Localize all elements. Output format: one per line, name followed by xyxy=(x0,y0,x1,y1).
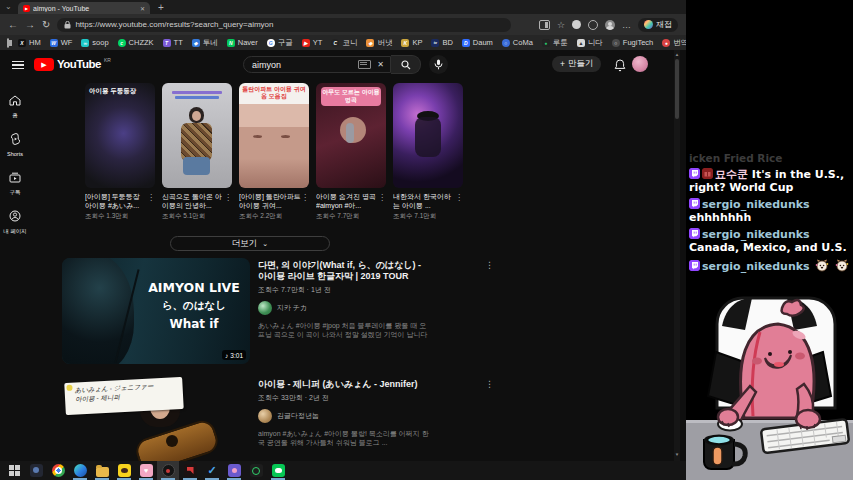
sidebar-item-you[interactable]: 내 페이지 xyxy=(0,208,30,235)
profile-chip[interactable]: 재접 xyxy=(638,18,678,32)
shorts-thumbnail[interactable] xyxy=(162,83,232,188)
chat-nick[interactable]: sergio_nikedunks xyxy=(702,198,810,211)
video-thumbnail[interactable]: あいみょん - ジェニファー 아이묭 - 제니퍼 xyxy=(62,377,250,461)
favorite-star-icon[interactable]: ☆ xyxy=(557,20,565,30)
back-icon[interactable]: ← xyxy=(8,19,18,30)
shorts-title[interactable]: [아이묭] 돌란아파트 아이묭 귀여... xyxy=(239,192,301,210)
channel-avatar[interactable] xyxy=(258,409,272,423)
taskbar-app-line[interactable] xyxy=(267,461,289,480)
browser-menu-icon[interactable]: … xyxy=(622,20,631,30)
bookmark-item[interactable]: ◆버냇 xyxy=(366,38,392,48)
bookmark-item[interactable]: ▲니다 xyxy=(577,38,603,48)
notifications-button[interactable] xyxy=(614,58,626,76)
bookmark-item[interactable]: DDaum xyxy=(462,38,493,47)
kebab-menu-icon[interactable]: ⋮ xyxy=(301,193,309,202)
kebab-menu-icon[interactable]: ⋮ xyxy=(485,260,494,270)
shorts-card[interactable]: 아무도 모르는 아이묭 명곡 아이묭 숨겨진 명곡 #aimyon #아... … xyxy=(316,83,386,221)
bookmark-item[interactable]: ∞soop xyxy=(81,38,108,47)
shorts-card[interactable]: 내한와서 한국어하는 아이묭 ... 조회수 7.1만회 ⋮ xyxy=(393,83,463,221)
extension-icon[interactable] xyxy=(572,20,581,29)
channel-row[interactable]: 지카 チカ xyxy=(258,301,432,315)
tab-close-icon[interactable]: ✕ xyxy=(140,5,145,12)
show-more-button[interactable]: 더보기 ⌄ xyxy=(170,236,330,251)
search-input[interactable]: aimyon ✕ xyxy=(243,56,391,73)
channel-avatar[interactable] xyxy=(258,301,272,315)
bookmark-item[interactable]: TTT xyxy=(163,38,183,47)
channel-name[interactable]: 지카 チカ xyxy=(277,303,307,313)
taskbar-app-search[interactable] xyxy=(25,461,47,480)
search-button[interactable] xyxy=(391,55,421,74)
bookmark-item[interactable]: NNaver xyxy=(227,38,258,47)
chat-nick[interactable]: sergio_nikedunks xyxy=(702,260,810,273)
taskbar-app-amd[interactable] xyxy=(179,461,201,480)
taskbar-app-messenger[interactable]: ✓ xyxy=(201,461,223,480)
shorts-card[interactable]: 돌란아파트 아이묭 귀여움 모음집 [아이묭] 돌란아파트 아이묭 귀여... … xyxy=(239,83,309,221)
kebab-menu-icon[interactable]: ⋮ xyxy=(147,193,155,202)
chat-nick[interactable]: sergio_nikedunks xyxy=(702,228,810,241)
scroll-up-icon[interactable]: ▲ xyxy=(674,52,680,57)
bookmark-item[interactable]: XHM xyxy=(18,38,41,47)
voice-search-button[interactable] xyxy=(429,55,448,74)
bookmark-item[interactable]: ●루툰 xyxy=(542,38,568,48)
sidebar-item-home[interactable]: 홈 xyxy=(0,92,30,119)
taskbar-app-obs[interactable] xyxy=(157,461,179,480)
taskbar-app-photos[interactable]: ♥ xyxy=(135,461,157,480)
video-title[interactable]: 다면, 의 이야기(What if, ら、のはなし) - 아이묭 라이브 한글자… xyxy=(258,260,432,282)
page-scrollbar[interactable]: ▲ ▼ xyxy=(674,50,680,461)
reload-icon[interactable]: ↻ xyxy=(42,19,50,30)
bookmark-item[interactable]: ▶YT xyxy=(302,38,323,47)
create-button[interactable]: + 만들기 xyxy=(552,56,601,72)
new-tab-button[interactable]: + xyxy=(158,2,164,14)
shorts-thumbnail[interactable]: 아무도 모르는 아이묭 명곡 xyxy=(316,83,386,188)
shorts-title[interactable]: 신곡으로 돌아온 아이묭의 안녕하... xyxy=(162,192,224,210)
taskbar-app-edge[interactable] xyxy=(69,461,91,480)
user-avatar[interactable] xyxy=(632,56,648,72)
shorts-thumbnail[interactable]: 아이묭 두둥등장 xyxy=(85,83,155,188)
youtube-logo[interactable]: ▶ YouTube KR xyxy=(34,58,111,71)
clear-search-icon[interactable]: ✕ xyxy=(375,60,386,69)
taskbar-app-explorer[interactable] xyxy=(91,461,113,480)
bookmark-item[interactable]: C코니 xyxy=(331,38,357,48)
channel-name[interactable]: 김글다정년놈 xyxy=(277,411,319,421)
shorts-thumbnail[interactable]: 돌란아파트 아이묭 귀여움 모음집 xyxy=(239,83,309,188)
kebab-menu-icon[interactable]: ⋮ xyxy=(378,193,386,202)
scroll-down-icon[interactable]: ▼ xyxy=(674,452,680,457)
tab-search-chevron-icon[interactable]: ⌄ xyxy=(5,2,12,11)
bookmark-item[interactable]: KKP xyxy=(401,38,422,47)
video-thumbnail[interactable]: AIMYON LIVE ら、のはなし What if ♪ 3:01 xyxy=(62,258,250,364)
hamburger-menu-icon[interactable] xyxy=(12,61,24,71)
kebab-menu-icon[interactable]: ⋮ xyxy=(485,379,494,389)
browser-avatar[interactable] xyxy=(605,20,615,30)
browser-tab[interactable]: ▶ aimyon - YouTube ✕ xyxy=(18,2,150,14)
video-title[interactable]: 아이묭 - 제니퍼 (あいみょん - Jennifer) xyxy=(258,379,432,390)
taskbar-app-discord[interactable] xyxy=(223,461,245,480)
bookmark-item[interactable]: ○CoMa xyxy=(502,38,533,47)
channel-row[interactable]: 김글다정년놈 xyxy=(258,409,432,423)
shorts-thumbnail[interactable] xyxy=(393,83,463,188)
scrollbar-thumb[interactable] xyxy=(675,59,679,119)
split-screen-icon[interactable] xyxy=(539,20,550,30)
start-button[interactable] xyxy=(3,461,25,480)
taskbar-app-band[interactable] xyxy=(245,461,267,480)
sidebar-item-subscriptions[interactable]: 구독 xyxy=(0,169,30,196)
bookmark-item[interactable]: tvBD xyxy=(431,38,452,47)
shorts-card[interactable]: 신곡으로 돌아온 아이묭의 안녕하... 조회수 5.1만회 ⋮ xyxy=(162,83,232,221)
bookmark-item[interactable]: WWF xyxy=(50,38,73,47)
bookmark-item[interactable]: ●번역 xyxy=(662,38,686,48)
sidebar-item-shorts[interactable]: Shorts xyxy=(0,131,30,157)
address-field[interactable]: https://www.youtube.com/results?search_q… xyxy=(57,18,511,32)
shorts-card[interactable]: 아이묭 두둥등장 [아이묭] 두둥등장 아이묭 #あいみ... 조회수 1.3만… xyxy=(85,83,155,221)
chat-nick[interactable]: 묘수쿤 xyxy=(715,168,748,181)
taskbar-app-chrome[interactable] xyxy=(47,461,69,480)
kebab-menu-icon[interactable]: ⋮ xyxy=(224,193,232,202)
collections-icon[interactable] xyxy=(588,20,598,30)
taskbar-app-kakaotalk[interactable] xyxy=(113,461,135,480)
bookmark-item[interactable]: ◆투네 xyxy=(192,38,218,48)
kebab-menu-icon[interactable]: ⋮ xyxy=(455,193,463,202)
bookmark-item[interactable]: cCHZZK xyxy=(118,38,154,47)
forward-icon[interactable]: → xyxy=(25,19,35,30)
bookmark-item[interactable]: ○FugiTech xyxy=(612,38,653,47)
shorts-title[interactable]: 아이묭 숨겨진 명곡 #aimyon #아... xyxy=(316,192,378,210)
shorts-title[interactable]: [아이묭] 두둥등장 아이묭 #あいみ... xyxy=(85,192,147,210)
bookmark-item[interactable]: G구글 xyxy=(267,38,293,48)
